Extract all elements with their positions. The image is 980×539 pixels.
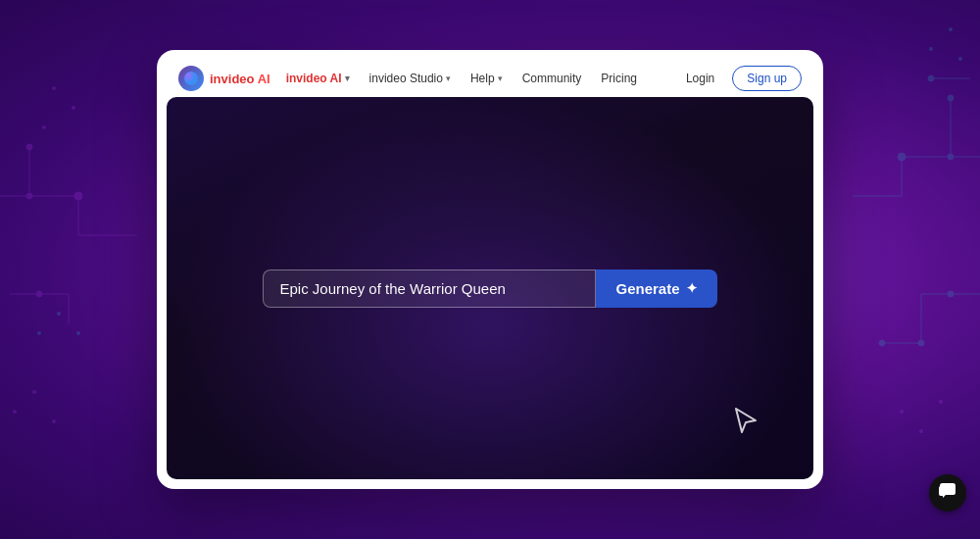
- svg-point-40: [184, 72, 198, 85]
- main-card: invideo AI invideo AI ▾ invideo Studio ▾…: [157, 50, 823, 489]
- generate-button[interactable]: Generate ✦: [596, 270, 716, 308]
- chevron-icon: ▾: [446, 74, 451, 83]
- nav-item-help[interactable]: Help ▾: [461, 67, 513, 90]
- search-input-wrapper[interactable]: [263, 270, 596, 308]
- nav-item-studio[interactable]: invideo Studio ▾: [360, 67, 461, 90]
- nav-item-pricing[interactable]: Pricing: [591, 67, 647, 90]
- navbar: invideo AI invideo AI ▾ invideo Studio ▾…: [167, 60, 813, 97]
- chevron-icon: ▾: [345, 74, 350, 83]
- sparkle-icon: ✦: [686, 280, 698, 296]
- chat-icon: [939, 482, 956, 504]
- signup-button[interactable]: Sign up: [732, 66, 802, 91]
- logo-icon: [178, 66, 204, 91]
- logo-area[interactable]: invideo AI: [178, 66, 270, 91]
- chat-button[interactable]: [929, 474, 966, 512]
- logo-text: invideo AI: [210, 72, 270, 86]
- login-button[interactable]: Login: [678, 67, 722, 90]
- nav-right: Login Sign up: [678, 66, 802, 91]
- nav-item-invideo-ai[interactable]: invideo AI ▾: [276, 67, 360, 90]
- page-wrapper: invideo AI invideo AI ▾ invideo Studio ▾…: [0, 0, 980, 539]
- nav-item-community[interactable]: Community: [513, 67, 592, 90]
- prompt-input[interactable]: [279, 280, 579, 297]
- video-area: Generate ✦: [167, 97, 813, 479]
- cursor-icon: [732, 405, 760, 440]
- nav-links: invideo AI ▾ invideo Studio ▾ Help ▾ Com…: [276, 67, 678, 90]
- chevron-icon: ▾: [498, 74, 503, 83]
- generate-row: Generate ✦: [263, 270, 716, 308]
